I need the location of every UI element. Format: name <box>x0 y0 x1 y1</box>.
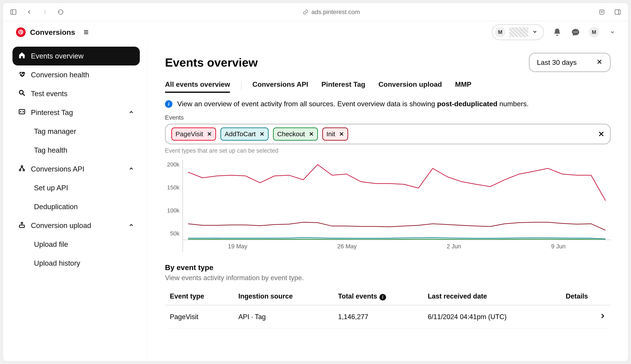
date-range-picker[interactable]: Last 30 days <box>529 53 611 72</box>
search-icon <box>18 89 26 98</box>
sidebar-item-label: Upload file <box>34 240 68 248</box>
sidebar-item-label: Pinterest Tag <box>31 108 73 117</box>
cell-last: 6/11/2024 04:41pm (UTC) <box>423 305 561 329</box>
chart-plot-area[interactable]: 19 May 26 May 2 Jun 9 Jun <box>183 160 611 252</box>
close-icon[interactable]: ✕ <box>339 131 344 138</box>
account-switcher[interactable]: M <box>492 24 544 40</box>
clear-all-icon[interactable]: ✕ <box>598 130 604 138</box>
th-details[interactable]: Details <box>561 288 611 305</box>
table-row[interactable]: PageVisit API · Tag 1,146,277 6/11/2024 … <box>165 305 611 329</box>
th-total-events[interactable]: Total eventsi <box>333 288 423 305</box>
chip-init[interactable]: Init✕ <box>322 128 348 140</box>
cell-details[interactable] <box>561 305 611 329</box>
svg-rect-5 <box>615 10 620 14</box>
lock-icon <box>303 9 308 15</box>
th-event-type[interactable]: Event type <box>165 288 234 305</box>
sidebar-item-upload-file[interactable]: Upload file <box>28 235 140 254</box>
svg-point-17 <box>19 169 21 171</box>
pinterest-logo-icon[interactable] <box>16 28 26 37</box>
sidebar-item-label: Set up API <box>34 184 68 192</box>
date-range-label: Last 30 days <box>537 58 577 66</box>
sidebar-item-label: Deduplication <box>34 202 78 211</box>
page-title: Events overview <box>165 56 258 69</box>
sidebar-item-pinterest-tag[interactable]: Pinterest Tag <box>13 103 140 122</box>
upload-icon <box>18 221 26 230</box>
sidebar-toggle-icon[interactable] <box>8 7 19 17</box>
section-title: By event type <box>165 263 611 272</box>
section-subtitle: View events activity information by even… <box>165 274 611 282</box>
address-bar[interactable]: ads.pinterest.com <box>312 8 360 16</box>
chevron-up-icon <box>128 222 134 230</box>
sidebar-item-upload-history[interactable]: Upload history <box>28 254 140 273</box>
sidebar-item-test-events[interactable]: Test events <box>13 84 140 103</box>
sidebar-item-set-up-api[interactable]: Set up API <box>28 178 140 197</box>
app-header: Conversions M M <box>3 21 628 43</box>
svg-line-14 <box>23 94 25 96</box>
reload-icon[interactable] <box>56 7 66 17</box>
browser-toolbar: ads.pinterest.com <box>3 3 628 21</box>
events-filter-input[interactable]: PageVisit✕ AddToCart✕ Checkout✕ Init✕ ✕ <box>165 124 611 144</box>
info-icon[interactable]: i <box>379 294 386 300</box>
tab-pinterest-tag[interactable]: Pinterest Tag <box>321 80 365 92</box>
bell-icon[interactable] <box>552 27 562 38</box>
heartbeat-icon <box>18 70 26 80</box>
chip-checkout[interactable]: Checkout✕ <box>273 128 318 140</box>
sidebar-item-label: Events overview <box>31 52 84 60</box>
svg-rect-21 <box>20 225 25 227</box>
svg-line-19 <box>20 167 22 169</box>
chip-pagevisit[interactable]: PageVisit✕ <box>171 128 216 140</box>
chevron-down-icon[interactable] <box>607 27 618 38</box>
chevron-up-icon <box>128 165 134 173</box>
app-title: Conversions <box>30 28 75 36</box>
sidebar-item-events-overview[interactable]: Events overview <box>13 47 140 66</box>
chevron-right-icon <box>599 313 606 321</box>
events-table: Event type Ingestion source Total events… <box>165 288 611 329</box>
th-ingestion-source[interactable]: Ingestion source <box>234 288 333 305</box>
user-avatar[interactable]: M <box>589 27 599 38</box>
tab-divider <box>241 80 241 89</box>
back-icon[interactable] <box>24 7 35 17</box>
menu-icon[interactable] <box>81 27 91 38</box>
sidebar-item-label: Conversion upload <box>31 222 91 230</box>
home-icon <box>18 52 26 61</box>
events-label: Events <box>165 114 611 121</box>
panels-icon[interactable] <box>612 7 623 17</box>
sidebar-item-deduplication[interactable]: Deduplication <box>28 197 140 216</box>
chevron-up-icon <box>128 108 134 117</box>
tabs: All events overview Conversions API Pint… <box>165 80 611 92</box>
chat-icon[interactable] <box>570 27 581 38</box>
reader-icon[interactable] <box>596 7 607 17</box>
svg-point-16 <box>21 166 23 167</box>
svg-point-18 <box>23 169 25 171</box>
account-name-redacted <box>509 28 528 37</box>
sidebar-item-tag-manager[interactable]: Tag manager <box>28 122 140 141</box>
sidebar-item-label: Tag health <box>34 146 67 154</box>
close-icon[interactable]: ✕ <box>260 131 264 138</box>
close-icon[interactable]: ✕ <box>207 131 212 138</box>
svg-point-10 <box>573 32 574 32</box>
close-icon[interactable] <box>596 58 602 66</box>
chip-addtocart[interactable]: AddToCart✕ <box>220 128 269 140</box>
svg-point-13 <box>20 90 23 94</box>
sidebar-item-tag-health[interactable]: Tag health <box>28 141 140 160</box>
close-icon[interactable]: ✕ <box>309 131 314 138</box>
events-hint: Event types that are set up can be selec… <box>165 148 611 154</box>
sidebar-item-conversion-upload[interactable]: Conversion upload <box>13 216 140 235</box>
sidebar-item-label: Conversion health <box>31 71 89 79</box>
api-icon <box>18 164 26 174</box>
info-text: View an overview of event activity from … <box>177 100 529 108</box>
cell-event-type: PageVisit <box>165 305 234 329</box>
tab-conversion-upload[interactable]: Conversion upload <box>378 80 442 92</box>
sidebar-item-conversion-health[interactable]: Conversion health <box>13 66 140 84</box>
th-last-received[interactable]: Last received date <box>423 288 561 305</box>
account-avatar: M <box>495 27 505 38</box>
sidebar-item-label: Upload history <box>34 259 80 268</box>
tab-all-events-overview[interactable]: All events overview <box>165 80 230 92</box>
sidebar-item-conversions-api[interactable]: Conversions API <box>13 160 140 178</box>
chart-y-axis: 200k 150k 100k 50k <box>165 160 183 252</box>
tab-conversions-api[interactable]: Conversions API <box>252 80 308 92</box>
tab-mmp[interactable]: MMP <box>455 80 471 92</box>
svg-rect-0 <box>11 10 16 14</box>
info-icon: i <box>165 100 172 108</box>
info-banner: i View an overview of event activity fro… <box>165 100 611 108</box>
